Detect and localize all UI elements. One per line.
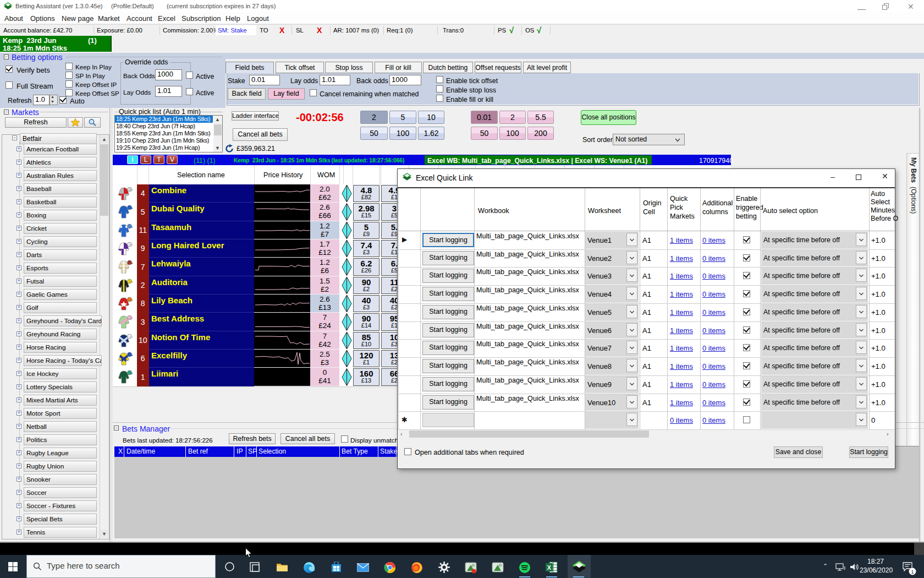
svg-text:X: X [547,564,552,571]
svg-text:1: 1 [911,569,914,575]
